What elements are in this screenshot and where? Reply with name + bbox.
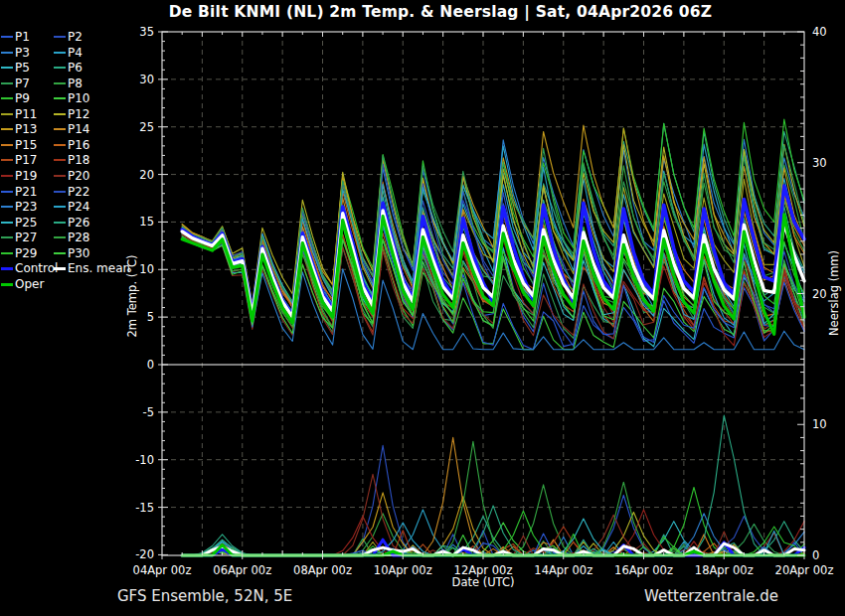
x-tick-label: 18Apr 00z [695, 563, 754, 577]
y-left-tick-label: 30 [139, 73, 154, 86]
x-tick-label: 16Apr 00z [614, 563, 673, 577]
y-left-tick-label: 5 [147, 310, 154, 324]
y-right-tick-label: 0 [812, 548, 819, 562]
y-right-tick-label: 30 [812, 156, 827, 170]
y-right-tick-label: 10 [812, 417, 827, 431]
y-left-tick-label: 15 [139, 215, 154, 229]
x-tick-label: 10Apr 00z [374, 563, 432, 577]
y-right-tick-label: 20 [812, 287, 827, 301]
y-left-tick-label: 20 [139, 168, 154, 182]
y-right-tick-label: 40 [812, 25, 827, 39]
x-tick-label: 08Apr 00z [293, 563, 352, 577]
y-left-tick-label: -5 [143, 405, 154, 419]
x-tick-label: 06Apr 00z [213, 563, 271, 577]
meteogram-page: De Bilt KNMI (NL) 2m Temp. & Neerslag | … [0, 0, 845, 616]
footer-brand: Wetterzentrale.de [644, 587, 778, 605]
main-lines [182, 186, 804, 555]
y-left-tick-label: 10 [139, 262, 154, 276]
y-right-axis-title: Neerslag (mm) [827, 250, 841, 336]
x-tick-label: 14Apr 00z [534, 563, 592, 577]
footer-model-info: GFS Ensemble, 52N, 5E [117, 587, 292, 605]
x-tick-label: 20Apr 00z [775, 563, 834, 577]
y-left-tick-label: 0 [147, 358, 154, 372]
y-left-tick-label: 25 [139, 120, 154, 134]
x-axis-title: Date (UTC) [452, 575, 515, 589]
x-tick-label: 04Apr 00z [133, 563, 192, 577]
y-left-axis-title: 2m Temp. (°C) [125, 255, 139, 338]
ensemble-member-lines [182, 119, 804, 555]
y-left-tick-label: 35 [139, 25, 154, 39]
y-left-tick-label: -10 [135, 453, 154, 467]
y-left-tick-label: -20 [135, 547, 154, 561]
y-left-tick-label: -15 [135, 501, 154, 515]
